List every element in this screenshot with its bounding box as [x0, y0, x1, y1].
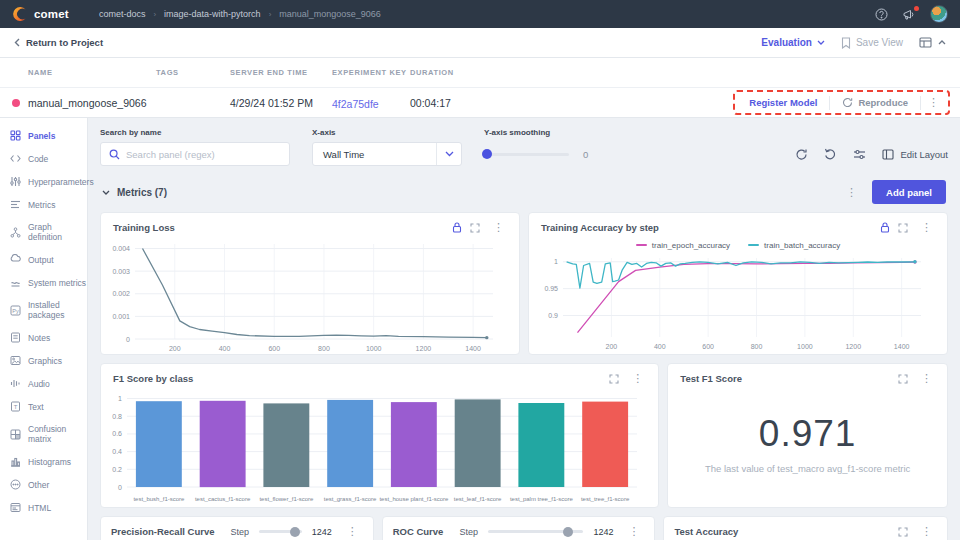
sidebar-item-text[interactable]: T Text: [0, 395, 87, 418]
fullscreen-icon[interactable]: [898, 527, 908, 537]
panel-more-menu[interactable]: ⋮: [623, 525, 644, 538]
sidebar-item-panels[interactable]: Panels: [0, 124, 87, 147]
slider-thumb[interactable]: [482, 149, 492, 159]
search-label: Search by name: [100, 128, 290, 137]
sidebar-item-audio[interactable]: Audio: [0, 372, 87, 395]
help-icon[interactable]: [875, 8, 888, 21]
reproduce-label: Reproduce: [858, 97, 908, 108]
sidebar-label: Graph definition: [28, 222, 87, 242]
experiment-more-menu[interactable]: ⋮: [923, 96, 944, 109]
f1-score-bar-chart: 00.20.40.60.81test_bush_f1-scoretest_cac…: [101, 389, 645, 507]
legend-label: train_epoch_accuracy: [652, 241, 730, 250]
panel-more-menu[interactable]: ⋮: [488, 221, 509, 234]
breadcrumb-project[interactable]: image-data-with-pytorch: [164, 9, 261, 19]
metrics-section-toggle[interactable]: Metrics (7): [102, 187, 167, 198]
svg-text:test_house plant_f1-score: test_house plant_f1-score: [379, 496, 449, 502]
smoothing-slider[interactable]: [484, 153, 569, 156]
sidebar-item-html[interactable]: HTML: [0, 496, 87, 519]
experiment-sidebar: Panels Code Hyperparameters Metrics Grap…: [0, 118, 88, 540]
sidebar-item-system-metrics[interactable]: System metrics: [0, 271, 87, 294]
refresh-icon[interactable]: [795, 148, 808, 161]
fullscreen-icon[interactable]: [470, 223, 480, 233]
sidebar-item-metrics[interactable]: Metrics: [0, 193, 87, 216]
filter-settings-icon[interactable]: [853, 149, 866, 160]
panels-main-area: Search by name X-axis Wall Time Y-ax: [88, 118, 960, 540]
svg-text:test_leaf_f1-score: test_leaf_f1-score: [454, 496, 502, 502]
svg-text:1: 1: [554, 258, 558, 265]
sidebar-item-graphics[interactable]: Graphics: [0, 349, 87, 372]
slider-thumb[interactable]: [290, 527, 300, 537]
panel-search[interactable]: [100, 142, 290, 166]
experiment-key-link[interactable]: 4f2a75dfe: [332, 98, 379, 110]
smoothing-value: 0: [583, 149, 588, 160]
test-f1-caption: The last value of test_macro avg_f1-scor…: [705, 463, 910, 474]
section-more-menu[interactable]: ⋮: [841, 186, 862, 199]
divider: [829, 96, 830, 110]
experiment-row[interactable]: manual_mongoose_9066 4/29/24 01:52 PM 4f…: [0, 88, 960, 117]
sidebar-item-other[interactable]: Other: [0, 473, 87, 496]
fullscreen-icon[interactable]: [898, 223, 908, 233]
edit-layout-button[interactable]: Edit Layout: [882, 149, 948, 160]
svg-text:1200: 1200: [416, 345, 432, 352]
back-chevron-icon: [14, 38, 20, 47]
return-to-project-link[interactable]: Return to Project: [14, 37, 103, 48]
svg-text:1400: 1400: [894, 343, 910, 350]
comet-logo[interactable]: comet: [12, 6, 69, 22]
reproduce-button[interactable]: Reproduce: [832, 94, 918, 111]
sidebar-item-notes[interactable]: Notes: [0, 326, 87, 349]
panel-more-menu[interactable]: ⋮: [627, 372, 648, 385]
sidebar-item-hyperparameters[interactable]: Hyperparameters: [0, 170, 87, 193]
svg-text:1000: 1000: [366, 345, 382, 352]
annotation-highlight-box: Register Model Reproduce ⋮: [733, 90, 950, 115]
svg-text:0.004: 0.004: [112, 245, 130, 252]
experiment-table: NAME TAGS SERVER END TIME EXPERIMENT KEY…: [0, 58, 960, 118]
legend-entry[interactable]: train_batch_accuracy: [748, 241, 840, 250]
pr-step-slider[interactable]: [259, 530, 302, 533]
lock-icon[interactable]: [452, 222, 462, 233]
layout-toggle[interactable]: [919, 37, 946, 48]
sidebar-label: Hyperparameters: [28, 177, 94, 187]
panel-more-menu[interactable]: ⋮: [916, 525, 937, 538]
fullscreen-icon[interactable]: [609, 374, 619, 384]
xaxis-select[interactable]: Wall Time: [312, 142, 462, 166]
breadcrumb-separator: ›: [269, 10, 272, 19]
add-panel-button[interactable]: Add panel: [872, 180, 946, 204]
register-model-button[interactable]: Register Model: [739, 94, 827, 111]
sidebar-label: Confusion matrix: [28, 424, 87, 444]
announcements-icon[interactable]: [902, 8, 916, 21]
breadcrumb-workspace[interactable]: comet-docs: [99, 9, 146, 19]
view-header: Return to Project Evaluation Save View: [0, 28, 960, 58]
legend-entry[interactable]: train_epoch_accuracy: [636, 241, 730, 250]
sidebar-item-graph-definition[interactable]: Graph definition: [0, 216, 87, 248]
sidebar-item-histograms[interactable]: Histograms: [0, 450, 87, 473]
panel-f1-by-class: F1 Score by class ⋮ 00.20.40.60.81test_b…: [100, 363, 659, 508]
svg-text:600: 600: [268, 345, 280, 352]
sidebar-item-confusion-matrix[interactable]: Confusion matrix: [0, 418, 87, 450]
breadcrumb-separator: ›: [153, 10, 156, 19]
panel-title: Test Accuracy: [674, 526, 738, 537]
lock-icon[interactable]: [880, 222, 890, 233]
reset-zoom-icon[interactable]: [824, 148, 837, 161]
sidebar-item-installed-packages[interactable]: Py Installed packages: [0, 294, 87, 326]
panel-more-menu[interactable]: ⋮: [916, 372, 937, 385]
sidebar-item-code[interactable]: Code: [0, 147, 87, 170]
sidebar-item-output[interactable]: Output: [0, 248, 87, 271]
svg-text:0.2: 0.2: [112, 466, 122, 473]
svg-text:Py: Py: [12, 307, 19, 313]
view-selector-dropdown[interactable]: Evaluation: [761, 37, 825, 48]
slider-thumb[interactable]: [563, 527, 573, 537]
save-view-button[interactable]: Save View: [841, 37, 903, 49]
panel-test-accuracy: Test Accuracy ⋮: [663, 516, 948, 540]
fullscreen-icon[interactable]: [898, 374, 908, 384]
user-avatar[interactable]: [930, 5, 948, 23]
panel-more-menu[interactable]: ⋮: [916, 221, 937, 234]
chevron-down-icon: [102, 190, 110, 195]
panel-more-menu[interactable]: ⋮: [342, 525, 363, 538]
search-input[interactable]: [126, 149, 281, 160]
sidebar-label: Installed packages: [28, 300, 87, 320]
roc-step-slider[interactable]: [488, 530, 583, 533]
panel-training-accuracy: Training Accuracy by step ⋮ train_epoch_…: [528, 212, 948, 355]
svg-text:800: 800: [318, 345, 330, 352]
sidebar-label: Metrics: [28, 200, 55, 210]
sidebar-label: Histograms: [28, 457, 71, 467]
